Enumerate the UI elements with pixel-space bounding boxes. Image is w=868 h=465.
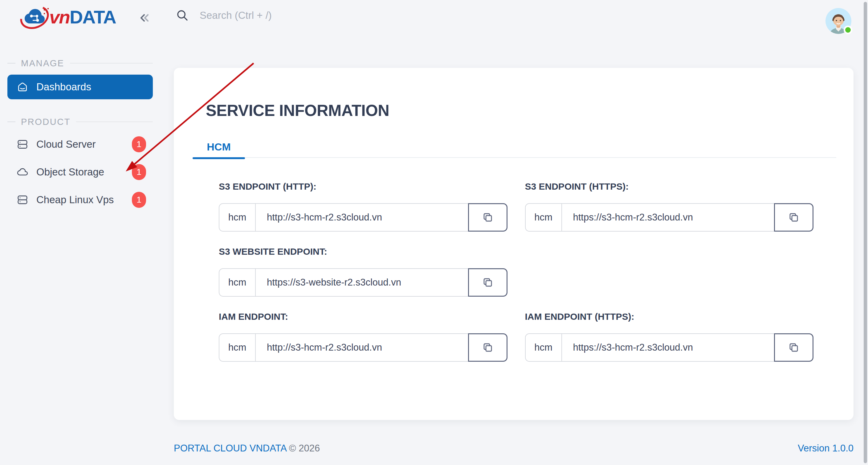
field-s3-endpoint-http: S3 ENDPOINT (HTTP): hcm bbox=[219, 181, 507, 246]
server-icon bbox=[17, 194, 28, 206]
region-prefix: hcm bbox=[526, 334, 562, 361]
sidebar-item-label: Cloud Server bbox=[36, 139, 96, 150]
copy-button[interactable] bbox=[774, 203, 813, 232]
copy-icon bbox=[788, 342, 799, 353]
sidebar-item-object-storage[interactable]: Object Storage 1 bbox=[7, 160, 153, 184]
sidebar-item-label: Cheap Linux Vps bbox=[36, 194, 114, 206]
copy-icon bbox=[482, 342, 493, 353]
vndata-cloud-icon bbox=[19, 4, 51, 30]
copy-icon bbox=[788, 212, 799, 223]
copyright-text: © 2026 bbox=[289, 443, 320, 454]
field-label: S3 ENDPOINT (HTTP): bbox=[219, 181, 507, 193]
portal-link[interactable]: PORTAL CLOUD VNDATA bbox=[174, 443, 286, 454]
sidebar-item-label: Object Storage bbox=[36, 166, 104, 178]
service-information-card: SERVICE INFORMATION HCM S3 ENDPOINT (HTT… bbox=[174, 68, 854, 420]
object-storage-badge: 1 bbox=[132, 164, 146, 180]
sidebar-item-cheap-linux-vps[interactable]: Cheap Linux Vps 1 bbox=[7, 187, 153, 212]
field-s3-website-endpoint: S3 WEBSITE ENDPOINT: hcm bbox=[219, 246, 507, 312]
endpoint-input-group: hcm bbox=[219, 203, 507, 232]
sidebar-item-dashboards[interactable]: Dashboards bbox=[7, 75, 153, 99]
copy-button[interactable] bbox=[774, 333, 813, 362]
page-title: SERVICE INFORMATION bbox=[206, 101, 389, 120]
endpoint-input-group: hcm bbox=[219, 333, 507, 362]
version-label: Version 1.0.0 bbox=[798, 443, 854, 454]
online-status-dot bbox=[844, 26, 852, 34]
search-icon bbox=[176, 9, 189, 22]
endpoint-fields: S3 ENDPOINT (HTTP): hcm S3 ENDPOINT (HTT… bbox=[219, 181, 813, 377]
field-label: S3 ENDPOINT (HTTPS): bbox=[525, 181, 814, 193]
region-prefix: hcm bbox=[219, 334, 256, 361]
page-footer: PORTAL CLOUD VNDATA © 2026 Version 1.0.0 bbox=[174, 443, 854, 454]
endpoint-input-group: hcm bbox=[525, 333, 814, 362]
tab-hcm[interactable]: HCM bbox=[193, 136, 245, 158]
user-avatar[interactable] bbox=[826, 8, 851, 34]
brand-logo[interactable]: vnDATA bbox=[19, 4, 116, 30]
cheap-linux-vps-badge: 1 bbox=[132, 192, 146, 208]
chevrons-left-icon[interactable] bbox=[137, 10, 152, 25]
endpoint-input-group: hcm bbox=[525, 203, 814, 232]
section-label: MANAGE bbox=[21, 58, 64, 68]
sidebar-item-cloud-server[interactable]: Cloud Server 1 bbox=[7, 132, 153, 157]
sidebar-item-label: Dashboards bbox=[36, 81, 91, 93]
copy-button[interactable] bbox=[468, 268, 507, 297]
server-icon bbox=[17, 139, 28, 150]
field-label: IAM ENDPOINT: bbox=[219, 312, 507, 323]
section-label: PRODUCT bbox=[21, 117, 70, 127]
app-header: vnDATA bbox=[0, 0, 868, 33]
home-icon bbox=[17, 81, 28, 93]
copy-icon bbox=[482, 277, 493, 288]
cloud-icon bbox=[17, 166, 28, 178]
region-prefix: hcm bbox=[219, 269, 256, 296]
cloud-server-badge: 1 bbox=[132, 136, 146, 152]
footer-left: PORTAL CLOUD VNDATA © 2026 bbox=[174, 443, 320, 454]
region-prefix: hcm bbox=[526, 204, 562, 231]
copy-button[interactable] bbox=[468, 333, 507, 362]
field-s3-endpoint-https: S3 ENDPOINT (HTTPS): hcm bbox=[525, 181, 814, 246]
search-input[interactable] bbox=[200, 9, 434, 21]
field-iam-endpoint: IAM ENDPOINT: hcm bbox=[219, 312, 507, 377]
brand-name: vnDATA bbox=[49, 8, 116, 27]
field-label: IAM ENDPOINT (HTTPS): bbox=[525, 312, 814, 323]
field-label: S3 WEBSITE ENDPOINT: bbox=[219, 246, 507, 258]
sidebar-section-product: PRODUCT bbox=[7, 117, 153, 127]
sidebar-nav: MANAGE Dashboards PRODUCT Cloud Server 1… bbox=[0, 33, 156, 465]
field-iam-endpoint-https: IAM ENDPOINT (HTTPS): hcm bbox=[525, 312, 814, 377]
vertical-scrollbar[interactable] bbox=[864, 2, 867, 463]
region-tabs: HCM bbox=[193, 136, 836, 158]
copy-icon bbox=[482, 212, 493, 223]
copy-button[interactable] bbox=[468, 203, 507, 232]
search-bar bbox=[176, 9, 454, 22]
region-prefix: hcm bbox=[219, 204, 256, 231]
endpoint-input-group: hcm bbox=[219, 268, 507, 297]
sidebar-section-manage: MANAGE bbox=[7, 58, 153, 68]
